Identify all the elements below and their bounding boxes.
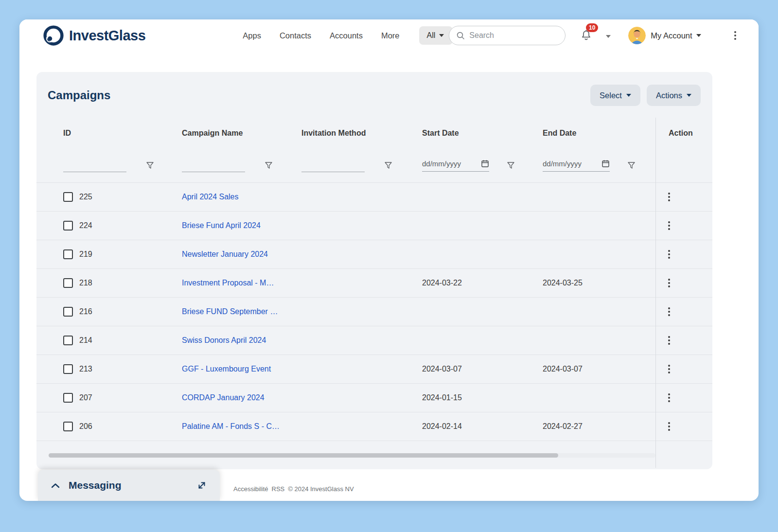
- column-header-start: Start Date: [422, 129, 543, 138]
- footer-link-rss[interactable]: RSS: [272, 485, 285, 493]
- chevron-down-icon: [606, 35, 611, 38]
- scrollbar-thumb[interactable]: [49, 453, 558, 458]
- campaigns-panel: Campaigns Select Actions ID Campaign Nam…: [36, 72, 712, 469]
- campaign-id: 207: [79, 393, 92, 402]
- row-actions-menu-button[interactable]: [665, 218, 673, 233]
- page-title: Campaigns: [48, 89, 110, 102]
- date-placeholder: dd/mm/yyyy: [422, 160, 461, 168]
- actions-button-label: Actions: [656, 91, 682, 100]
- name-filter-input[interactable]: [182, 160, 245, 172]
- row-actions-menu-button[interactable]: [665, 362, 673, 376]
- notifications-dropdown-button[interactable]: [606, 32, 611, 39]
- horizontal-scrollbar[interactable]: [49, 453, 655, 458]
- campaign-id: 213: [79, 365, 92, 373]
- start-date-filter-button[interactable]: [507, 161, 515, 170]
- footer-link-accessibility[interactable]: Accessibilité: [233, 485, 268, 493]
- row-actions-menu-button[interactable]: [665, 304, 673, 319]
- campaign-name-link[interactable]: Briese Fund April 2024: [182, 221, 261, 230]
- start-date-value: 2024-02-14: [422, 422, 543, 431]
- nav-contacts[interactable]: Contacts: [280, 31, 311, 40]
- id-filter-button[interactable]: [146, 161, 154, 170]
- campaign-name-link[interactable]: April 2024 Sales: [182, 193, 239, 201]
- select-dropdown-button[interactable]: Select: [590, 85, 640, 106]
- main-nav: Apps Contacts Accounts More: [243, 31, 399, 40]
- search-box[interactable]: [449, 26, 566, 45]
- campaign-name-link[interactable]: Swiss Donors April 2024: [182, 336, 266, 344]
- top-navbar: InvestGlass Apps Contacts Accounts More …: [19, 19, 759, 52]
- calendar-icon: [481, 160, 489, 168]
- row-checkbox[interactable]: [63, 278, 73, 288]
- campaign-id: 219: [79, 250, 92, 259]
- campaign-table-body: 225 April 2024 Sales 224 Briese Fund Apr…: [36, 183, 712, 441]
- row-actions-menu-button[interactable]: [665, 333, 673, 348]
- table-row: 216 Briese FUND September …: [36, 298, 712, 326]
- nav-accounts[interactable]: Accounts: [330, 31, 363, 40]
- campaign-name-link[interactable]: Newsletter January 2024: [182, 250, 268, 258]
- chevron-down-icon: [696, 34, 701, 37]
- avatar[interactable]: [628, 27, 646, 44]
- end-date-value: 2024-03-07: [543, 365, 655, 373]
- campaigns-table: ID Campaign Name Invitation Method Start…: [36, 118, 712, 468]
- messaging-panel[interactable]: Messaging: [38, 470, 220, 501]
- table-row: 225 April 2024 Sales: [36, 183, 712, 212]
- table-row: 218 Investment Proposal - M… 2024-03-22 …: [36, 269, 712, 298]
- footer: Accessibilité RSS © 2024 InvestGlass NV: [233, 485, 354, 493]
- campaign-name-link[interactable]: Investment Proposal - M…: [182, 279, 274, 287]
- end-date-filter-input[interactable]: dd/mm/yyyy: [543, 160, 610, 172]
- end-date-value: 2024-02-27: [543, 422, 655, 431]
- campaign-id: 225: [79, 193, 92, 201]
- campaign-name-link[interactable]: GGF - Luxembourg Event: [182, 365, 271, 373]
- invitation-filter-button[interactable]: [384, 161, 392, 170]
- row-actions-menu-button[interactable]: [665, 390, 673, 405]
- nav-more[interactable]: More: [381, 31, 400, 40]
- search-input[interactable]: [469, 31, 552, 40]
- funnel-icon: [384, 161, 392, 170]
- campaign-id: 218: [79, 279, 92, 287]
- row-actions-menu-button[interactable]: [665, 276, 673, 290]
- row-actions-menu-button[interactable]: [665, 247, 673, 262]
- end-date-value: 2024-03-25: [543, 279, 655, 287]
- table-row: 214 Swiss Donors April 2024: [36, 326, 712, 355]
- row-checkbox[interactable]: [63, 249, 73, 259]
- select-button-label: Select: [600, 91, 622, 100]
- actions-dropdown-button[interactable]: Actions: [647, 85, 701, 106]
- campaign-name-link[interactable]: Palatine AM - Fonds S - C…: [182, 422, 280, 430]
- row-checkbox[interactable]: [63, 364, 73, 374]
- id-filter-input[interactable]: [63, 160, 126, 172]
- row-actions-menu-button[interactable]: [665, 190, 673, 204]
- my-account-dropdown[interactable]: My Account: [651, 31, 701, 40]
- table-row: 207 CORDAP January 2024 2024-01-15: [36, 384, 712, 412]
- name-filter-button[interactable]: [265, 161, 273, 170]
- table-row: 213 GGF - Luxembourg Event 2024-03-07 20…: [36, 355, 712, 384]
- campaign-name-link[interactable]: Briese FUND September …: [182, 307, 278, 316]
- row-checkbox[interactable]: [63, 307, 73, 317]
- overflow-menu-button[interactable]: [732, 29, 738, 42]
- campaign-name-link[interactable]: CORDAP January 2024: [182, 393, 265, 402]
- row-checkbox[interactable]: [63, 336, 73, 345]
- search-scope-dropdown[interactable]: All: [419, 26, 453, 45]
- row-checkbox[interactable]: [63, 192, 73, 202]
- my-account-label: My Account: [651, 31, 692, 40]
- column-header-action: Action: [655, 129, 712, 138]
- column-header-id: ID: [63, 129, 182, 138]
- end-date-filter-button[interactable]: [627, 161, 636, 170]
- row-checkbox[interactable]: [63, 393, 73, 403]
- start-date-value: 2024-03-07: [422, 365, 543, 373]
- row-checkbox[interactable]: [63, 221, 73, 231]
- notifications-button[interactable]: 10: [580, 29, 592, 43]
- invitation-filter-input[interactable]: [301, 160, 365, 172]
- start-date-value: 2024-03-22: [422, 279, 543, 287]
- campaign-id: 216: [79, 307, 92, 316]
- start-date-filter-input[interactable]: dd/mm/yyyy: [422, 160, 489, 172]
- campaign-id: 224: [79, 221, 92, 230]
- nav-apps[interactable]: Apps: [243, 31, 261, 40]
- messaging-expand-button[interactable]: [196, 480, 207, 491]
- row-checkbox[interactable]: [63, 422, 73, 431]
- row-actions-menu-button[interactable]: [665, 419, 673, 434]
- funnel-icon: [146, 161, 154, 170]
- action-column-divider: [655, 118, 656, 468]
- brand[interactable]: InvestGlass: [43, 25, 145, 46]
- funnel-icon: [507, 161, 515, 170]
- chevron-down-icon: [439, 34, 444, 37]
- search-scope-label: All: [427, 31, 436, 40]
